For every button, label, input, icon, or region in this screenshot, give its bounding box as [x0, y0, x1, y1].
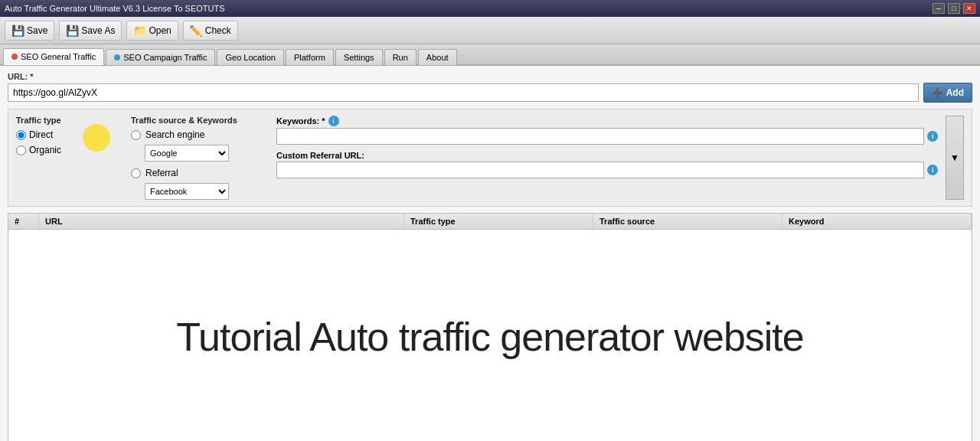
- search-engine-label: Search engine: [145, 129, 204, 140]
- add-label: Add: [946, 87, 964, 98]
- add-icon: ➕: [932, 87, 943, 98]
- save-as-icon: 💾: [66, 24, 78, 37]
- tab-seo-general-label: SEO General Traffic: [21, 52, 96, 61]
- window-title: Auto Traffic Generator Ultimate V6.3 Lic…: [5, 4, 933, 13]
- save-icon: 💾: [11, 24, 24, 37]
- tab-run[interactable]: Run: [384, 49, 416, 65]
- traffic-type-title: Traffic type: [16, 116, 123, 125]
- radio-direct-input[interactable]: [16, 130, 26, 140]
- radio-organic-input[interactable]: [16, 145, 26, 155]
- save-label: Save: [27, 25, 47, 36]
- radio-direct[interactable]: Direct: [16, 129, 123, 140]
- check-icon: ✏️: [190, 24, 202, 37]
- keywords-label: Keywords: * i: [276, 116, 938, 126]
- save-as-label: Save As: [81, 25, 115, 36]
- radio-organic[interactable]: Organic: [16, 145, 123, 155]
- toolbar: 💾 Save 💾 Save As 📁 Open ✏️ Check: [0, 17, 980, 44]
- url-label: URL: *: [8, 72, 972, 81]
- tab-indicator-red: [11, 54, 18, 60]
- keywords-section: Keywords: * i i Custom Referral URL: i: [276, 116, 938, 200]
- title-bar: Auto Traffic Generator Ultimate V6.3 Lic…: [0, 0, 980, 17]
- tab-run-label: Run: [393, 53, 408, 62]
- col-header-traffic-source: Traffic source: [593, 214, 782, 229]
- check-button[interactable]: ✏️ Check: [183, 21, 238, 41]
- keywords-info-icon: i: [328, 116, 339, 126]
- maximize-button[interactable]: □: [948, 3, 960, 14]
- save-as-button[interactable]: 💾 Save As: [59, 21, 122, 41]
- referral-label: Referral: [145, 168, 178, 178]
- keywords-label-text: Keywords: *: [276, 116, 325, 126]
- tab-bar: SEO General Traffic SEO Campaign Traffic…: [0, 44, 980, 66]
- col-header-hash: #: [8, 214, 39, 229]
- chevron-down-icon: ▼: [950, 152, 959, 163]
- table-header: # URL Traffic type Traffic source Keywor…: [8, 214, 972, 230]
- traffic-form: Traffic type Direct Organic Traffic sour…: [8, 109, 972, 207]
- col-header-url: URL: [39, 214, 404, 229]
- check-label: Check: [205, 25, 231, 36]
- referral-url-input[interactable]: [276, 162, 924, 178]
- open-icon: 📁: [133, 24, 145, 37]
- tab-platform[interactable]: Platform: [286, 49, 334, 65]
- traffic-type-radio-group: Direct Organic: [16, 129, 123, 155]
- tab-platform-label: Platform: [294, 53, 325, 62]
- save-button[interactable]: 💾 Save: [5, 21, 54, 41]
- col-header-traffic-type: Traffic type: [404, 214, 593, 229]
- tab-seo-campaign[interactable]: SEO Campaign Traffic: [106, 49, 215, 65]
- search-engine-row: Search engine: [131, 129, 269, 140]
- table-body: Tutorial Auto traffic generator website: [8, 230, 972, 441]
- radio-organic-label: Organic: [29, 145, 61, 155]
- open-button[interactable]: 📁 Open: [126, 21, 178, 41]
- minimize-button[interactable]: ─: [933, 3, 945, 14]
- main-content: URL: * ➕ Add Traffic type Direct Organic: [0, 66, 980, 441]
- url-section: URL: * ➕ Add: [8, 72, 972, 103]
- watermark-text: Tutorial Auto traffic generator website: [176, 314, 803, 360]
- tab-seo-campaign-label: SEO Campaign Traffic: [123, 53, 207, 62]
- keywords-info-icon-right: i: [927, 131, 938, 142]
- custom-referral-label: Custom Referral URL:: [276, 151, 938, 160]
- traffic-type-section: Traffic type Direct Organic: [16, 116, 123, 200]
- tab-geo-location[interactable]: Geo Location: [217, 49, 283, 65]
- tab-geo-location-label: Geo Location: [225, 53, 275, 62]
- radio-search-engine-input[interactable]: [131, 130, 141, 140]
- window-controls: ─ □ ✕: [933, 3, 975, 14]
- search-engine-select[interactable]: Google Bing Yahoo Yandex: [145, 145, 229, 162]
- tab-settings-label: Settings: [344, 53, 374, 62]
- tab-about[interactable]: About: [418, 49, 457, 65]
- tab-settings[interactable]: Settings: [335, 49, 383, 65]
- keywords-input[interactable]: [276, 128, 924, 145]
- tab-indicator-blue: [114, 54, 120, 60]
- referral-row: Referral: [131, 168, 269, 178]
- radio-direct-label: Direct: [29, 129, 53, 140]
- referral-info-icon: i: [927, 165, 938, 175]
- add-button[interactable]: ➕ Add: [923, 83, 972, 103]
- data-table: # URL Traffic type Traffic source Keywor…: [8, 213, 972, 441]
- open-label: Open: [149, 25, 171, 36]
- scroll-down-button[interactable]: ▼: [946, 116, 964, 200]
- referral-select[interactable]: Facebook Twitter LinkedIn Reddit: [145, 183, 229, 200]
- traffic-source-section: Traffic source & Keywords Search engine …: [131, 116, 269, 200]
- close-button[interactable]: ✕: [963, 3, 975, 14]
- url-input[interactable]: [8, 83, 919, 102]
- tab-seo-general[interactable]: SEO General Traffic: [3, 48, 104, 65]
- traffic-source-title: Traffic source & Keywords: [131, 116, 269, 125]
- url-row: ➕ Add: [8, 83, 972, 103]
- col-header-keyword: Keyword: [782, 214, 972, 229]
- radio-referral-input[interactable]: [131, 168, 141, 178]
- tab-about-label: About: [426, 53, 449, 62]
